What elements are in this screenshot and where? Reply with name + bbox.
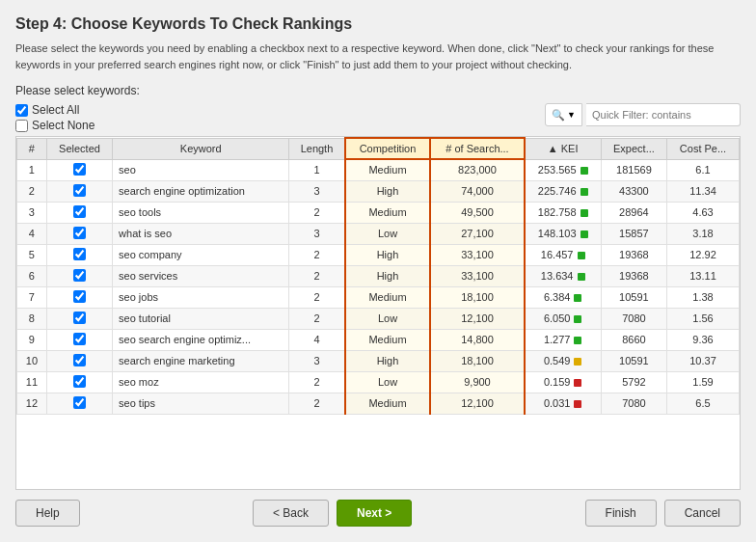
table-cell: seo services (113, 265, 289, 286)
table-cell: 823,000 (430, 159, 524, 180)
table-cell[interactable] (46, 393, 112, 414)
table-cell[interactable] (46, 159, 112, 180)
table-cell: 12,100 (430, 308, 524, 329)
table-cell: 6 (17, 265, 47, 286)
table-cell: Medium (345, 202, 431, 223)
table-cell[interactable] (46, 202, 112, 223)
page-title: Step 4: Choose Keywords To Check Ranking… (15, 15, 741, 33)
table-cell: 2 (289, 371, 345, 393)
table-cell: 253.565 (525, 159, 602, 180)
table-cell: seo search engine optimiz... (113, 329, 289, 350)
table-cell: 7080 (601, 308, 666, 329)
table-cell: Low (345, 223, 431, 244)
table-cell: 2 (17, 180, 47, 202)
kei-dot (574, 294, 581, 302)
select-all-checkbox[interactable]: Select All (15, 103, 94, 117)
table-cell[interactable] (46, 180, 112, 202)
table-cell: 7 (17, 286, 47, 308)
col-header-3: Length (289, 138, 345, 159)
table-cell[interactable] (46, 286, 112, 308)
table-cell: 4.63 (667, 202, 740, 223)
table-cell: 15857 (601, 223, 666, 244)
table-cell: 14,800 (430, 329, 524, 350)
select-none-checkbox[interactable]: Select None (15, 119, 94, 132)
table-cell: 9,900 (430, 371, 524, 393)
table-row: 7seo jobs2Medium18,1006.384105911.38 (17, 286, 740, 308)
table-row: 2search engine optimization3High74,00022… (17, 180, 740, 202)
table-cell: Low (345, 308, 431, 329)
table-cell: 18,100 (430, 350, 524, 371)
col-header-0: # (17, 138, 47, 159)
table-cell: seo (113, 159, 289, 180)
table-cell: 182.758 (525, 202, 602, 223)
table-cell: 2 (289, 286, 345, 308)
table-cell: 12.92 (667, 244, 740, 265)
keywords-table-wrapper: #SelectedKeywordLengthCompetition# of Se… (15, 136, 741, 490)
next-button[interactable]: Next > (337, 500, 412, 527)
table-cell: seo tools (113, 202, 289, 223)
table-cell: High (345, 265, 431, 286)
table-cell: 1 (17, 159, 47, 180)
table-cell: 225.746 (525, 180, 602, 202)
table-cell: 1.59 (667, 371, 740, 393)
col-header-8: Cost Pe... (667, 138, 740, 159)
table-cell: Medium (345, 329, 431, 350)
table-cell: 9 (17, 329, 47, 350)
table-cell: seo moz (113, 371, 289, 393)
table-row: 6seo services2High33,10013.6341936813.11 (17, 265, 740, 286)
table-cell: 10 (17, 350, 47, 371)
kei-dot (580, 209, 588, 217)
description: Please select the keywords you need by e… (15, 41, 741, 72)
chevron-down-icon: ▼ (567, 110, 576, 120)
table-cell: 74,000 (430, 180, 524, 202)
table-cell[interactable] (46, 223, 112, 244)
table-cell: 8 (17, 308, 47, 329)
col-header-4: Competition (345, 138, 431, 159)
table-cell: 3 (289, 223, 345, 244)
kei-dot (574, 400, 581, 408)
col-header-5: # of Search... (430, 138, 524, 159)
col-header-2: Keyword (113, 138, 289, 159)
filter-dropdown-button[interactable]: 🔍 ▼ (545, 103, 582, 126)
table-cell: 6.5 (667, 393, 740, 414)
table-cell: 8660 (601, 329, 666, 350)
table-cell: High (345, 350, 431, 371)
table-cell: 1.56 (667, 308, 740, 329)
kei-dot (578, 252, 585, 259)
table-row: 11seo moz2Low9,9000.15957921.59 (17, 371, 740, 393)
table-cell: 3.18 (667, 223, 740, 244)
table-cell: seo tutorial (113, 308, 289, 329)
table-cell[interactable] (46, 244, 112, 265)
kei-dot (574, 337, 581, 344)
table-cell[interactable] (46, 329, 112, 350)
table-cell[interactable] (46, 371, 112, 393)
cancel-button[interactable]: Cancel (664, 500, 741, 527)
table-cell: 19368 (601, 265, 666, 286)
table-cell: Medium (345, 393, 431, 414)
help-button[interactable]: Help (15, 500, 80, 527)
table-cell: 11.34 (667, 180, 740, 202)
table-cell: 6.384 (525, 286, 602, 308)
filter-input[interactable] (586, 103, 741, 126)
table-cell: 33,100 (430, 265, 524, 286)
table-row: 1seo1Medium823,000253.5651815696.1 (17, 159, 740, 180)
table-cell[interactable] (46, 308, 112, 329)
kei-dot (580, 230, 588, 238)
table-cell: 16.457 (525, 244, 602, 265)
table-cell: search engine marketing (113, 350, 289, 371)
table-cell: 4 (17, 223, 47, 244)
back-button[interactable]: < Back (253, 500, 329, 527)
finish-button[interactable]: Finish (585, 500, 657, 527)
table-cell: what is seo (113, 223, 289, 244)
kei-dot (580, 167, 588, 175)
col-header-7: Expect... (601, 138, 666, 159)
table-row: 5seo company2High33,10016.4571936812.92 (17, 244, 740, 265)
table-cell: 3 (289, 180, 345, 202)
table-cell: 5792 (601, 371, 666, 393)
table-cell[interactable] (46, 350, 112, 371)
table-cell: 7080 (601, 393, 666, 414)
select-keywords-label: Please select keywords: (15, 84, 741, 97)
table-cell: 6.050 (525, 308, 602, 329)
table-cell[interactable] (46, 265, 112, 286)
table-cell: 181569 (601, 159, 666, 180)
